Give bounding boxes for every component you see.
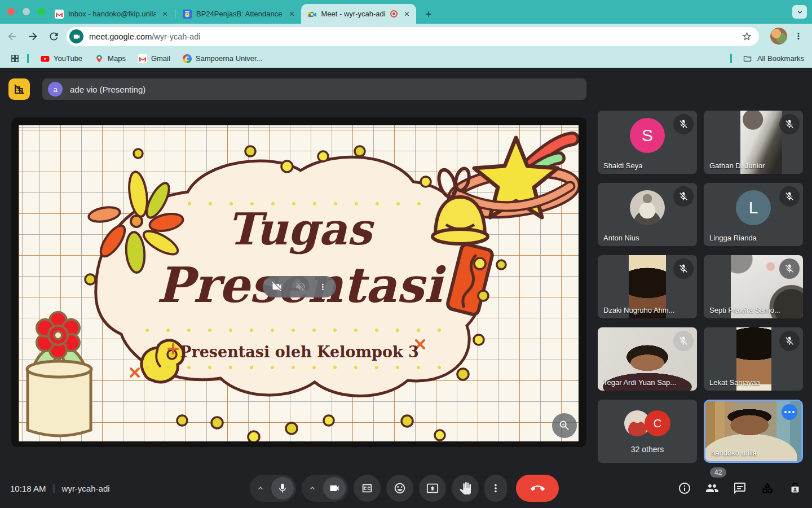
audio-muted-button[interactable] [295, 281, 306, 292]
bookmarks-bar: YouTube Maps Gmail Sampoerna Univer... A… [0, 49, 812, 68]
participant-tile-shakti-seya[interactable]: S Shakti Seya [598, 111, 697, 174]
zoom-in-button[interactable] [552, 413, 577, 438]
address-bar[interactable]: meet.google.com/wyr-ycah-adi [67, 27, 759, 46]
camera-options-chevron-icon[interactable] [308, 484, 317, 493]
clock-time: 10:18 AM [10, 484, 46, 493]
participant-tile-septi[interactable]: Septi Prawira Samo... [704, 255, 803, 318]
tab-search-button[interactable] [792, 5, 807, 19]
activities-button[interactable] [761, 481, 774, 495]
tab-gmail-inbox[interactable]: Inbox - handoko@fkip.unila.ac [48, 4, 174, 24]
presentation-warning-icon [8, 78, 30, 100]
mic-options-chevron-icon[interactable] [256, 484, 265, 493]
participant-name: Gathan D. Junior [709, 161, 765, 170]
captions-button[interactable] [354, 475, 381, 502]
google-g-icon [183, 54, 192, 63]
window-minimize-button[interactable] [23, 8, 30, 15]
others-avatars: C [624, 410, 670, 436]
attendance-favicon [183, 10, 192, 19]
meeting-code: wyr-ycah-adi [62, 484, 110, 493]
maps-pin-icon [95, 54, 104, 63]
presenter-avatar: a [48, 82, 63, 97]
others-tile[interactable]: C 32 others [598, 400, 697, 463]
mic-off-icon [779, 259, 800, 279]
participant-tile-lekat[interactable]: Lekat Sanjayaa [704, 327, 803, 391]
browser-menu-button[interactable] [792, 29, 805, 43]
mic-off-icon [673, 186, 694, 207]
tab-close-icon[interactable] [287, 9, 297, 19]
mic-off-icon [673, 114, 694, 134]
bookmark-star-icon[interactable] [742, 31, 752, 42]
profile-avatar[interactable] [770, 28, 787, 45]
more-options-icon[interactable] [318, 282, 328, 292]
participant-tile-dzaki[interactable]: Dzaki Nugruho Ahm... [598, 255, 697, 318]
mic-off-icon [673, 259, 694, 279]
meet-app: a ade vio (Presenting) [0, 68, 812, 508]
bookmark-label: Maps [108, 54, 126, 63]
participant-name: Tegar Ardi Yuan Sap... [603, 378, 676, 387]
url-text: meet.google.com/wyr-ycah-adi [89, 32, 200, 41]
more-options-button[interactable] [484, 475, 507, 502]
tab-close-icon[interactable] [160, 9, 170, 19]
present-button[interactable] [419, 475, 446, 502]
bookmark-label: Gmail [151, 54, 170, 63]
back-button[interactable] [3, 28, 21, 46]
recording-indicator-icon [390, 10, 398, 17]
all-bookmarks-button[interactable]: All Bookmarks [725, 54, 804, 63]
meet-favicon [308, 10, 317, 19]
presentation-controls [263, 276, 336, 297]
mic-off-icon [673, 331, 694, 351]
leave-call-button[interactable] [516, 475, 559, 502]
camera-button[interactable] [323, 477, 346, 500]
youtube-icon [41, 54, 50, 63]
tile-options-button[interactable] [782, 404, 797, 420]
tab-bar: Inbox - handoko@fkip.unila.ac BP24Penjas… [0, 0, 812, 24]
participant-tile-anton[interactable]: Anton Nius [598, 183, 697, 246]
mic-button[interactable] [271, 477, 294, 500]
slide-subtitle: Presentasi oleh Kelompok 3 [108, 343, 491, 361]
separator: | [52, 483, 55, 493]
tab-title: Meet - wyr-ycah-adi [321, 10, 386, 18]
new-tab-button[interactable] [421, 6, 436, 22]
camera-off-button[interactable] [271, 281, 283, 292]
bookmark-label: Sampoerna Univer... [196, 54, 263, 63]
raise-hand-button[interactable] [452, 475, 479, 502]
presenter-label: ade vio (Presenting) [70, 85, 145, 94]
chat-panel-button[interactable] [733, 481, 747, 495]
reload-button[interactable] [45, 28, 63, 46]
meeting-panels: 42 [678, 468, 802, 508]
time-and-code: 10:18 AM | wyr-ycah-adi [10, 468, 110, 508]
host-controls-button[interactable] [788, 481, 802, 495]
avatar-initial: L [736, 190, 771, 225]
participant-tile-gathan[interactable]: Gathan D. Junior [704, 111, 803, 174]
camera-permission-icon[interactable] [69, 29, 83, 43]
participant-name: Lingga Rianda [709, 234, 757, 242]
tab-title: Inbox - handoko@fkip.unila.ac [68, 10, 156, 18]
window-maximize-button[interactable] [38, 8, 45, 15]
bookmark-sampoerna[interactable]: Sampoerna Univer... [183, 54, 263, 63]
people-panel-button[interactable]: 42 [705, 481, 719, 495]
gmail-favicon [55, 10, 64, 19]
bookmark-maps[interactable]: Maps [95, 54, 126, 63]
tab-meet[interactable]: Meet - wyr-ycah-adi [301, 4, 416, 24]
apps-grid-icon[interactable] [8, 52, 21, 65]
gmail-icon [138, 54, 147, 63]
self-tile-handoko[interactable]: handoko unila [704, 400, 803, 463]
window-controls [7, 8, 45, 15]
presentation-tile[interactable]: Tugas Presentasi Presentasi oleh Kelompo… [11, 117, 586, 447]
tab-close-icon[interactable] [402, 9, 412, 19]
participant-tile-lingga[interactable]: L Lingga Rianda [704, 183, 803, 246]
others-count-label: 32 others [598, 445, 697, 454]
participant-tile-tegar[interactable]: Tegar Ardi Yuan Sap... [598, 327, 697, 391]
bookmark-youtube[interactable]: YouTube [41, 54, 82, 63]
meeting-details-button[interactable] [678, 481, 691, 495]
avatar-initial: S [630, 118, 665, 153]
dot-row [145, 329, 444, 332]
mic-control-group [250, 475, 296, 502]
presenter-banner[interactable]: a ade vio (Presenting) [42, 78, 586, 100]
reactions-button[interactable] [386, 475, 413, 502]
camera-control-group [302, 475, 348, 502]
window-close-button[interactable] [7, 8, 15, 15]
forward-button[interactable] [24, 28, 42, 46]
bookmark-gmail[interactable]: Gmail [138, 54, 170, 63]
tab-attendance[interactable]: BP24PenjasB: Attendance [176, 4, 301, 24]
